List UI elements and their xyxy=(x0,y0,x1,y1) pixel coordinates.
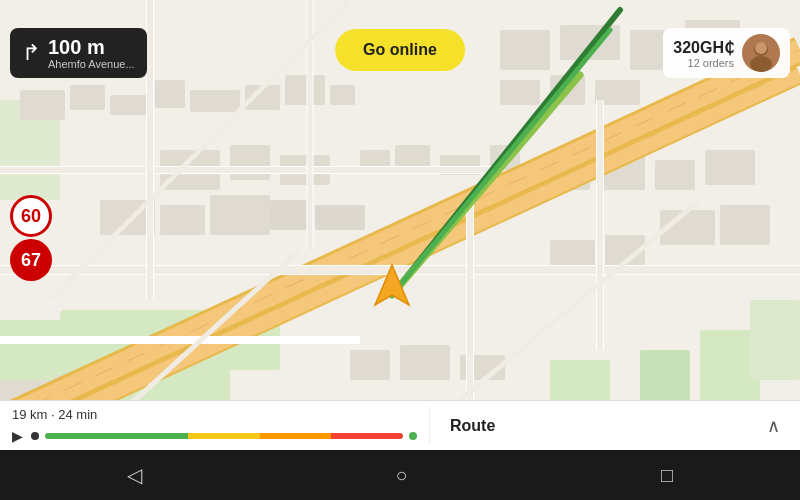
nav-turn-arrow: ↱ xyxy=(22,40,40,66)
svg-rect-17 xyxy=(500,30,550,70)
speed-current-circle: 67 xyxy=(10,239,52,281)
nav-text: 100 m Ahemfo Avenue... xyxy=(48,36,135,70)
recents-icon: □ xyxy=(661,464,673,487)
home-icon: ○ xyxy=(395,464,407,487)
progress-bar xyxy=(45,433,403,439)
svg-rect-7 xyxy=(155,80,185,108)
profile-panel: 320GH₵ 12 orders xyxy=(663,28,790,78)
svg-rect-21 xyxy=(500,80,540,105)
bottom-nav-bar: ◁ ○ □ xyxy=(0,450,800,500)
progress-orange xyxy=(260,433,332,439)
svg-rect-25 xyxy=(230,145,270,180)
svg-rect-28 xyxy=(160,205,205,235)
back-icon: ◁ xyxy=(127,463,142,487)
svg-rect-39 xyxy=(705,150,755,185)
route-label: Route xyxy=(450,417,495,435)
nav-instruction-box: ↱ 100 m Ahemfo Avenue... xyxy=(10,28,147,78)
route-bar-container: ▶ xyxy=(12,428,417,444)
progress-green xyxy=(45,433,188,439)
svg-rect-30 xyxy=(270,200,310,230)
progress-yellow xyxy=(188,433,260,439)
svg-rect-4 xyxy=(20,90,65,120)
svg-rect-41 xyxy=(720,205,770,245)
svg-point-77 xyxy=(755,42,767,54)
recents-button[interactable]: □ xyxy=(661,464,673,487)
nav-street-name: Ahemfo Avenue... xyxy=(48,58,135,70)
route-progress-section: 19 km · 24 min ▶ xyxy=(0,407,430,444)
svg-rect-29 xyxy=(210,195,270,235)
speed-current-value: 67 xyxy=(21,250,41,271)
svg-point-76 xyxy=(750,56,772,72)
svg-rect-38 xyxy=(655,160,695,190)
nav-distance: 100 m xyxy=(48,36,135,58)
svg-rect-6 xyxy=(110,95,150,115)
orders-count: 12 orders xyxy=(673,57,734,69)
svg-rect-5 xyxy=(70,85,105,110)
speed-limit-circle: 60 xyxy=(10,195,52,237)
svg-rect-8 xyxy=(190,90,240,112)
route-panel: 19 km · 24 min ▶ Route ∧ xyxy=(0,400,800,450)
svg-rect-46 xyxy=(350,350,390,380)
svg-rect-31 xyxy=(315,205,365,230)
speed-limit-value: 60 xyxy=(21,206,41,227)
earnings-amount: 320GH₵ xyxy=(673,38,734,57)
svg-rect-16 xyxy=(750,300,800,380)
route-chevron-icon[interactable]: ∧ xyxy=(767,415,780,437)
play-icon: ▶ xyxy=(12,428,23,444)
user-avatar[interactable] xyxy=(742,34,780,72)
route-right-section[interactable]: Route ∧ xyxy=(430,415,800,437)
route-end-dot xyxy=(409,432,417,440)
back-button[interactable]: ◁ xyxy=(127,463,142,487)
route-info-text: 19 km · 24 min xyxy=(12,407,417,422)
speed-indicators: 60 67 xyxy=(10,195,52,281)
svg-rect-10 xyxy=(285,75,325,105)
svg-rect-11 xyxy=(330,85,355,105)
earnings-info: 320GH₵ 12 orders xyxy=(673,38,734,69)
route-start-dot xyxy=(31,432,39,440)
home-button[interactable]: ○ xyxy=(395,464,407,487)
svg-rect-47 xyxy=(400,345,450,380)
go-online-button[interactable]: Go online xyxy=(335,29,465,71)
progress-red xyxy=(331,433,403,439)
